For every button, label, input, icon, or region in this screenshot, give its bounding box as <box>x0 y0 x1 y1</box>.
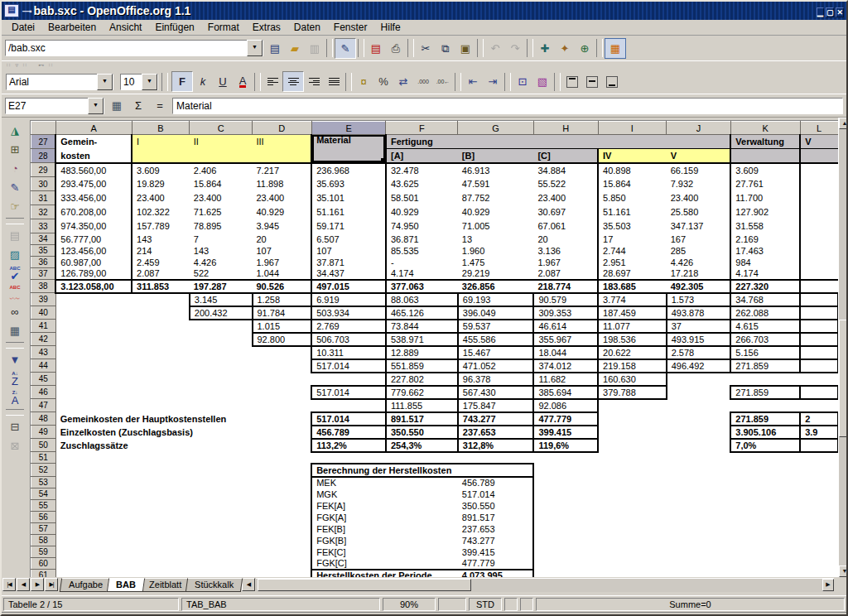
cell-K60[interactable] <box>730 558 800 570</box>
hyperlink-icon[interactable]: ⊕ <box>575 39 595 58</box>
cell-E50[interactable]: 113,2% <box>311 439 386 452</box>
cell-C46[interactable] <box>190 386 253 399</box>
export-pdf-icon[interactable]: ▤ <box>366 39 386 58</box>
cell-E43[interactable]: 10.311 <box>311 346 386 359</box>
align-bottom-icon[interactable] <box>602 72 622 91</box>
cell-G41[interactable]: 59.537 <box>458 320 534 333</box>
cell-C33[interactable]: 78.895 <box>190 219 253 233</box>
cell-H41[interactable]: 46.614 <box>533 320 598 333</box>
cell-C47[interactable] <box>190 399 253 412</box>
cell-C34[interactable]: 7 <box>190 233 253 245</box>
cell-A52[interactable] <box>55 464 132 477</box>
column-header-E[interactable]: E <box>311 122 386 135</box>
cell-G50[interactable]: 312,8% <box>458 439 534 452</box>
cell-L38[interactable] <box>800 280 838 293</box>
open-document-icon[interactable]: ▰ <box>285 39 305 58</box>
cell-E31[interactable]: 35.101 <box>311 191 386 205</box>
cell-C42[interactable] <box>190 333 253 346</box>
cell-C60[interactable] <box>190 558 253 570</box>
cell-L51[interactable] <box>800 452 838 464</box>
column-header-D[interactable]: D <box>253 122 312 135</box>
cell-H47[interactable]: 92.086 <box>533 399 598 412</box>
url-combobox[interactable]: ▼ <box>5 40 263 56</box>
cell-B41[interactable] <box>132 320 190 333</box>
cell-F48[interactable]: 891.517 <box>386 412 458 426</box>
cell-E60[interactable]: FGK[C] <box>311 558 458 570</box>
cell-L49[interactable]: 3.9 <box>800 426 838 439</box>
align-right-icon[interactable] <box>304 72 324 91</box>
cell-L45[interactable] <box>800 373 838 386</box>
cell-B28[interactable] <box>132 149 190 163</box>
scroll-up-icon[interactable]: ▲ <box>839 118 848 129</box>
cell-I34[interactable]: 17 <box>598 233 667 245</box>
cell-B60[interactable] <box>132 558 190 570</box>
cell-C27[interactable]: II <box>190 135 253 149</box>
cell-L27[interactable]: V <box>800 135 838 149</box>
cell-L28[interactable] <box>800 149 838 163</box>
draw-functions-icon[interactable]: ✎ <box>5 178 25 197</box>
row-header-52[interactable]: 52 <box>31 464 56 477</box>
cell-G46[interactable]: 567.430 <box>458 386 534 399</box>
row-header-38[interactable]: 38 <box>31 280 56 293</box>
cell-I49[interactable] <box>598 426 667 439</box>
cell-E33[interactable]: 59.171 <box>311 219 386 233</box>
cell-K40[interactable]: 262.088 <box>730 306 800 320</box>
split-window-icon[interactable]: ⊟ <box>5 417 25 436</box>
cell-H45[interactable]: 11.682 <box>533 373 598 386</box>
cell-B51[interactable] <box>132 452 190 464</box>
cell-E37[interactable]: 34.437 <box>311 268 386 280</box>
cell-K49[interactable]: 3.905.106 <box>730 426 800 439</box>
cell-C36[interactable]: 4.426 <box>190 257 253 268</box>
cell-K59[interactable] <box>730 546 800 558</box>
cell-I41[interactable]: 11.077 <box>598 320 667 333</box>
row-header-27[interactable]: 27 <box>31 135 56 149</box>
cell-D56[interactable] <box>253 512 312 523</box>
cell-F29[interactable]: 32.478 <box>386 163 458 177</box>
row-header-29[interactable]: 29 <box>31 163 56 177</box>
currency-format-icon[interactable]: ¤ <box>354 72 373 91</box>
cell-G38[interactable]: 326.856 <box>458 280 534 293</box>
menu-item-ansicht[interactable]: Ansicht <box>103 21 148 34</box>
cell-E59[interactable]: FEK[C] <box>311 546 458 558</box>
cell-B36[interactable]: 2.459 <box>132 257 190 268</box>
cell-D54[interactable] <box>253 488 312 500</box>
cell-B53[interactable] <box>132 477 190 488</box>
cell-A55[interactable] <box>55 500 132 512</box>
cell-I39[interactable]: 3.774 <box>598 293 667 306</box>
cell-F50[interactable]: 254,3% <box>386 439 458 452</box>
cell-D27[interactable]: III <box>253 135 312 149</box>
cell-H58[interactable] <box>533 535 598 546</box>
cell-J32[interactable]: 25.580 <box>667 205 731 219</box>
cell-I58[interactable] <box>598 535 667 546</box>
row-header-54[interactable]: 54 <box>31 488 56 500</box>
cell-I31[interactable]: 5.850 <box>598 191 667 205</box>
cell-A54[interactable] <box>55 488 132 500</box>
align-left-icon[interactable] <box>263 72 282 91</box>
close-button[interactable]: ✕ <box>836 7 844 17</box>
cell-K32[interactable]: 127.902 <box>730 205 800 219</box>
data-sources-icon[interactable]: ▦ <box>5 321 25 340</box>
cell-H33[interactable]: 67.061 <box>533 219 598 233</box>
horizontal-scrollbar[interactable]: ▶ <box>256 578 834 592</box>
cell-H42[interactable]: 355.967 <box>533 333 598 346</box>
cell-A39[interactable] <box>55 293 132 306</box>
cell-I50[interactable] <box>598 439 667 452</box>
cell-H51[interactable] <box>533 452 598 464</box>
cell-G60[interactable]: 477.779 <box>458 558 534 570</box>
name-box-dropdown-icon[interactable]: ▼ <box>88 98 104 114</box>
cell-G44[interactable]: 471.052 <box>458 359 534 373</box>
cell-H29[interactable]: 34.884 <box>533 163 598 177</box>
cell-C58[interactable] <box>190 535 253 546</box>
sort-ascending-icon[interactable]: A↓Z <box>5 369 25 388</box>
cell-F51[interactable] <box>386 452 458 464</box>
cell-L60[interactable] <box>800 558 838 570</box>
row-header-35[interactable]: 35 <box>31 245 56 257</box>
cell-L54[interactable] <box>800 488 838 500</box>
font-color-button[interactable]: A <box>233 72 253 91</box>
align-center-icon[interactable] <box>282 71 304 92</box>
cell-K30[interactable]: 27.761 <box>730 177 800 191</box>
cell-E30[interactable]: 35.693 <box>311 177 386 191</box>
increase-indent-icon[interactable]: ⇥ <box>483 72 503 91</box>
cell-I53[interactable] <box>598 477 667 488</box>
window-icon[interactable]: ▤ <box>4 4 19 17</box>
